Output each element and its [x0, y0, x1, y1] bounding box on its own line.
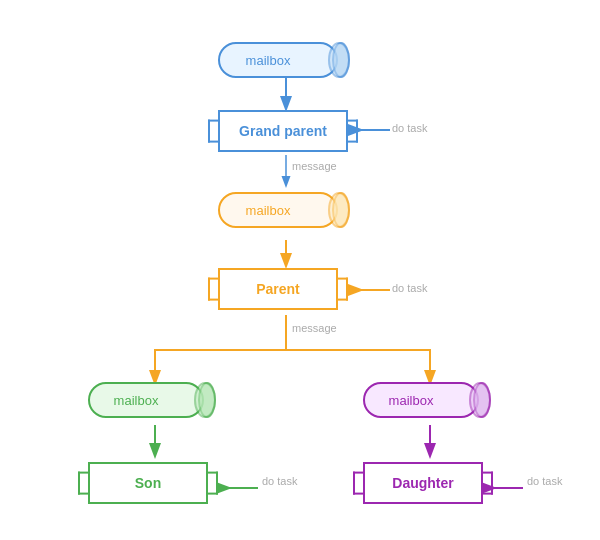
daughter-rect: Daughter: [363, 462, 483, 504]
mailbox4-label: mailbox: [389, 393, 434, 408]
mailbox1-cylinder: mailbox: [218, 42, 338, 78]
mailbox2-label: mailbox: [246, 203, 291, 218]
parent-label: Parent: [256, 281, 300, 297]
dotask2-label: do task: [392, 282, 427, 294]
mailbox2-cylinder: mailbox: [218, 192, 338, 228]
grandparent-label: Grand parent: [239, 123, 327, 139]
grandparent-node: Grand parent: [218, 110, 348, 152]
mailbox3-node: mailbox: [88, 382, 204, 418]
parent-node: Parent: [218, 268, 338, 310]
daughter-label: Daughter: [392, 475, 453, 491]
grandparent-rect: Grand parent: [218, 110, 348, 152]
mailbox3-cylinder: mailbox: [88, 382, 204, 418]
son-node: Son: [88, 462, 208, 504]
mailbox1-node: mailbox: [218, 42, 338, 78]
message2-label: message: [292, 322, 337, 334]
mailbox2-node: mailbox: [218, 192, 338, 228]
parent-rect: Parent: [218, 268, 338, 310]
son-rect: Son: [88, 462, 208, 504]
dotask3-label: do task: [262, 475, 297, 487]
daughter-node: Daughter: [363, 462, 483, 504]
dotask4-label: do task: [527, 475, 562, 487]
mailbox4-cylinder: mailbox: [363, 382, 479, 418]
mailbox4-node: mailbox: [363, 382, 479, 418]
dotask1-label: do task: [392, 122, 427, 134]
mailbox3-label: mailbox: [114, 393, 159, 408]
son-label: Son: [135, 475, 161, 491]
message1-label: message: [292, 160, 337, 172]
mailbox1-label: mailbox: [246, 53, 291, 68]
